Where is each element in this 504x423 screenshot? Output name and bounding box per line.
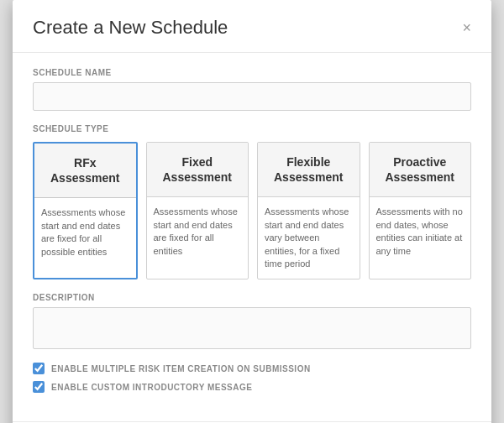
enable-risk-item-label: ENABLE MULTIPLE RISK ITEM CREATION ON SU… <box>51 364 311 373</box>
schedule-name-input[interactable] <box>33 82 471 111</box>
description-label: DESCRIPTION <box>33 293 471 302</box>
card-flexible-assessment[interactable]: Flexible Assessment Assessments whose st… <box>257 142 360 279</box>
card-proactive-desc: Assessments with no end dates, whose ent… <box>370 197 471 266</box>
card-fixed-assessment[interactable]: Fixed Assessment Assessments whose start… <box>146 142 249 279</box>
enable-custom-message-row: ENABLE CUSTOM INTRODUCTORY MESSAGE <box>33 381 471 393</box>
schedule-type-label: SCHEDULE TYPE <box>33 124 471 133</box>
card-proactive-assessment[interactable]: Proactive Assessment Assessments with no… <box>369 142 472 279</box>
enable-risk-item-checkbox[interactable] <box>33 363 45 374</box>
card-flexible-desc: Assessments whose start and end dates va… <box>258 197 360 279</box>
card-proactive-title: Proactive Assessment <box>370 143 471 197</box>
card-rfx-desc: Assessments whose start and end dates ar… <box>34 198 136 267</box>
enable-risk-item-row: ENABLE MULTIPLE RISK ITEM CREATION ON SU… <box>33 363 471 374</box>
modal-body: SCHEDULE NAME SCHEDULE TYPE RFx Assessme… <box>13 53 491 415</box>
create-schedule-modal: Create a New Schedule × SCHEDULE NAME SC… <box>13 0 491 423</box>
description-input[interactable] <box>33 307 471 349</box>
schedule-type-cards: RFx Assessment Assessments whose start a… <box>33 142 471 279</box>
close-button[interactable]: × <box>462 20 471 35</box>
card-rfx-assessment[interactable]: RFx Assessment Assessments whose start a… <box>33 142 138 279</box>
card-rfx-title: RFx Assessment <box>34 144 136 198</box>
card-fixed-desc: Assessments whose start and end dates ar… <box>147 197 249 266</box>
enable-custom-message-label: ENABLE CUSTOM INTRODUCTORY MESSAGE <box>51 383 252 392</box>
modal-header: Create a New Schedule × <box>13 0 491 53</box>
schedule-name-label: SCHEDULE NAME <box>33 68 471 77</box>
modal-title: Create a New Schedule <box>33 17 228 39</box>
card-flexible-title: Flexible Assessment <box>258 143 360 197</box>
card-fixed-title: Fixed Assessment <box>147 143 249 197</box>
enable-custom-message-checkbox[interactable] <box>33 381 45 393</box>
